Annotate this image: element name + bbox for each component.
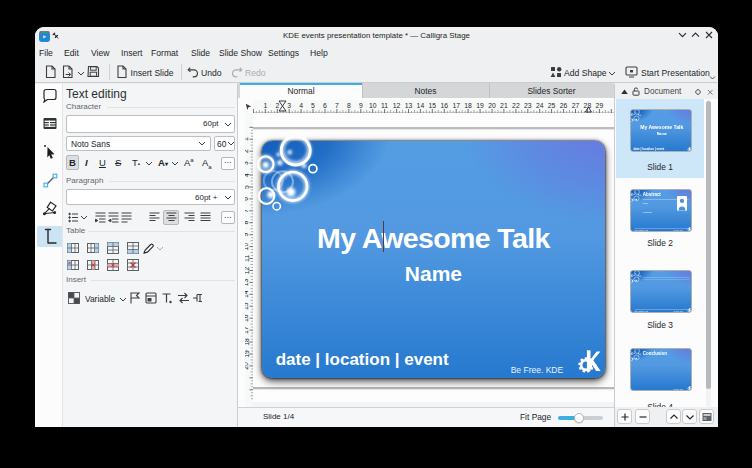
svg-text:19: 19 xyxy=(245,350,250,358)
svg-text:21: 21 xyxy=(500,102,508,109)
svg-text:12: 12 xyxy=(393,102,401,109)
svg-text:18: 18 xyxy=(464,102,472,109)
svg-text:17: 17 xyxy=(452,102,460,109)
svg-text:11: 11 xyxy=(381,102,388,109)
svg-text:17: 17 xyxy=(245,326,250,334)
svg-text:23: 23 xyxy=(524,102,532,109)
svg-text:20: 20 xyxy=(488,102,496,109)
svg-text:3: 3 xyxy=(287,102,291,109)
svg-text:14: 14 xyxy=(417,102,425,109)
svg-text:29: 29 xyxy=(596,102,604,109)
svg-text:8: 8 xyxy=(245,221,250,225)
svg-text:13: 13 xyxy=(405,102,413,109)
svg-text:10: 10 xyxy=(245,243,250,251)
svg-text:15: 15 xyxy=(429,102,437,109)
svg-text:2: 2 xyxy=(245,149,250,153)
svg-text:9: 9 xyxy=(245,233,250,237)
svg-text:7: 7 xyxy=(335,102,339,109)
svg-text:10: 10 xyxy=(369,102,377,109)
svg-text:5: 5 xyxy=(245,185,250,189)
svg-text:9: 9 xyxy=(359,102,363,109)
svg-text:12: 12 xyxy=(245,267,250,275)
svg-text:16: 16 xyxy=(441,102,449,109)
svg-text:13: 13 xyxy=(245,278,250,286)
svg-text:6: 6 xyxy=(245,197,250,201)
svg-text:3: 3 xyxy=(245,161,250,165)
svg-text:24: 24 xyxy=(536,102,544,109)
svg-text:26: 26 xyxy=(560,102,568,109)
svg-text:4: 4 xyxy=(299,102,303,109)
svg-text:16: 16 xyxy=(245,314,250,322)
svg-text:4: 4 xyxy=(245,173,250,177)
svg-text:15: 15 xyxy=(245,302,250,310)
svg-text:7: 7 xyxy=(245,209,250,213)
svg-text:1: 1 xyxy=(245,137,250,141)
svg-text:8: 8 xyxy=(347,102,351,109)
svg-text:2: 2 xyxy=(275,102,279,109)
svg-text:11: 11 xyxy=(245,255,250,262)
svg-text:25: 25 xyxy=(548,102,556,109)
svg-text:19: 19 xyxy=(476,102,484,109)
svg-text:14: 14 xyxy=(245,290,250,298)
svg-text:27: 27 xyxy=(572,102,580,109)
svg-text:18: 18 xyxy=(245,338,250,346)
svg-text:20: 20 xyxy=(245,362,250,370)
svg-text:22: 22 xyxy=(512,102,520,109)
svg-text:1: 1 xyxy=(263,102,267,109)
svg-text:5: 5 xyxy=(311,102,315,109)
svg-text:6: 6 xyxy=(323,102,327,109)
